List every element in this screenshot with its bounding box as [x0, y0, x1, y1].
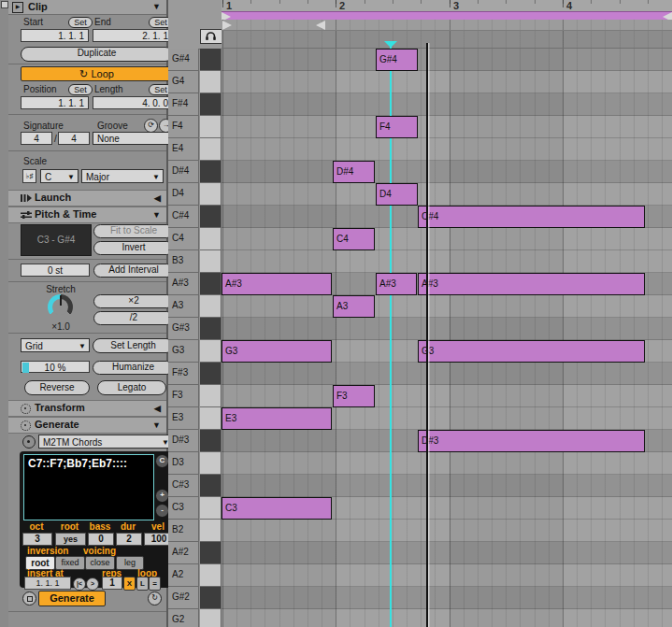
bass-field[interactable]: 0	[88, 533, 114, 546]
stretch-value[interactable]: ×1.0	[36, 321, 85, 332]
piano-key[interactable]	[200, 138, 222, 161]
scrub-area[interactable]	[222, 31, 672, 49]
grid-lane[interactable]	[222, 475, 672, 497]
oct-field[interactable]: 3	[22, 533, 52, 546]
loop-button[interactable]: ↻ Loop	[21, 66, 173, 81]
generate-section-header[interactable]: Generate ▼	[8, 417, 166, 434]
piano-key[interactable]	[200, 430, 222, 452]
piano-key[interactable]	[200, 206, 222, 228]
midi-note[interactable]: A#3	[418, 273, 645, 295]
piano-key[interactable]	[200, 250, 222, 273]
fit-to-scale-button[interactable]: Fit to Scale	[93, 224, 174, 238]
transform-section-header[interactable]: Transform ◀	[8, 400, 166, 417]
piano-key[interactable]	[200, 183, 222, 206]
grid-lane[interactable]	[222, 250, 672, 273]
grid-lane[interactable]	[222, 49, 672, 71]
grid-lane[interactable]	[222, 609, 672, 627]
loop-eq-button[interactable]: =	[149, 577, 161, 591]
midi-note[interactable]: F3	[333, 385, 375, 407]
piano-key[interactable]	[200, 452, 222, 475]
preview-headphone-button[interactable]	[200, 29, 223, 44]
signature-numerator-field[interactable]: 4	[21, 132, 52, 145]
invert-button[interactable]: Invert	[93, 241, 174, 255]
grid-lane[interactable]	[222, 161, 672, 183]
clip-end-marker[interactable]	[316, 21, 325, 30]
stretch-half-button[interactable]: /2	[93, 311, 174, 325]
loop-x-toggle[interactable]: X	[123, 577, 136, 591]
root-field[interactable]: yes	[55, 533, 86, 546]
grid-lane[interactable]	[222, 385, 672, 407]
clip-panel-header[interactable]: ▶ Clip ▼	[8, 0, 166, 15]
midi-note[interactable]: F4	[376, 116, 418, 138]
piano-key[interactable]	[200, 228, 222, 250]
grid-lane[interactable]	[222, 228, 672, 250]
transpose-field[interactable]: 0 st	[21, 264, 90, 277]
grid-select[interactable]: Grid ▼	[21, 338, 90, 352]
start-set-button[interactable]: Set	[68, 17, 93, 28]
stretch-double-button[interactable]: ×2	[93, 294, 174, 308]
collapse-down-icon[interactable]: ▼	[152, 419, 161, 433]
grid-lane[interactable]	[222, 542, 672, 564]
piano-key[interactable]	[200, 407, 222, 430]
jump-start-button[interactable]: |<	[73, 577, 86, 591]
insert-marker-line[interactable]	[426, 43, 428, 627]
collapse-left-icon[interactable]: ◀	[154, 402, 161, 416]
clear-button[interactable]: C	[155, 454, 169, 468]
panel-fold-handle[interactable]	[1, 1, 8, 8]
midi-note[interactable]: A#3	[222, 273, 332, 295]
piano-key[interactable]	[200, 273, 222, 295]
grid-lane[interactable]	[222, 183, 672, 206]
midi-note[interactable]: D#3	[418, 430, 645, 452]
piano-key[interactable]	[200, 497, 222, 520]
piano-key[interactable]	[200, 93, 222, 116]
piano-key[interactable]	[200, 475, 222, 497]
piano-key[interactable]	[200, 116, 222, 138]
add-interval-button[interactable]: Add Interval	[93, 264, 174, 278]
insert-at-field[interactable]: 1. 1. 1	[24, 577, 71, 590]
duplicate-button[interactable]: Duplicate	[21, 47, 173, 62]
grid-lane[interactable]	[222, 452, 672, 475]
groove-commit-icon[interactable]: ⟳	[144, 119, 158, 133]
chord-code-box[interactable]: C7::F7;Bb7;Eb7::::	[23, 454, 154, 520]
collapse-left-icon[interactable]: ◀	[154, 192, 161, 206]
loop-bar[interactable]	[222, 11, 672, 20]
position-value-field[interactable]: 1. 1. 1	[21, 96, 89, 109]
grid-lane[interactable]	[222, 93, 672, 116]
set-length-button[interactable]: Set Length	[93, 338, 174, 353]
reverse-button[interactable]: Reverse	[24, 380, 90, 395]
grid-lane[interactable]	[222, 520, 672, 542]
loop-l-button[interactable]: L	[136, 577, 149, 591]
piano-key[interactable]	[200, 318, 222, 340]
midi-note[interactable]: G3	[222, 340, 332, 363]
piano-key[interactable]	[200, 609, 222, 627]
step-forward-button[interactable]: >	[86, 577, 99, 591]
legato-button[interactable]: Legato	[97, 380, 166, 395]
midi-note[interactable]: D4	[376, 183, 418, 206]
humanize-button[interactable]: Humanize	[93, 361, 174, 375]
midi-note[interactable]: C#4	[418, 206, 645, 228]
grid-lane[interactable]	[222, 587, 672, 609]
humanize-amount-field[interactable]: 10 %	[21, 361, 90, 373]
midi-note[interactable]: G3	[418, 340, 645, 363]
piano-key[interactable]	[200, 295, 222, 318]
clip-collapse-caret-icon[interactable]: ▼	[152, 2, 161, 11]
piano-key[interactable]	[200, 49, 222, 71]
piano-key[interactable]	[200, 385, 222, 407]
plus-button[interactable]: +	[155, 489, 169, 503]
scale-root-select[interactable]: C ▼	[40, 169, 79, 183]
piano-key[interactable]	[200, 520, 222, 542]
grid-lane[interactable]	[222, 138, 672, 161]
signature-denominator-field[interactable]: 4	[58, 132, 90, 145]
scale-accidental-toggle[interactable]: ♭♯	[22, 169, 36, 183]
regenerate-icon[interactable]: ↻	[148, 591, 162, 606]
piano-key[interactable]	[200, 587, 222, 609]
piano-key[interactable]	[200, 542, 222, 564]
end-value-field[interactable]: 2. 1. 1	[93, 29, 173, 42]
clip-marker-row[interactable]	[222, 20, 672, 31]
grid-lane[interactable]	[222, 71, 672, 93]
midi-note[interactable]: A3	[333, 295, 375, 318]
grid-lane[interactable]	[222, 116, 672, 138]
pitch-time-section-header[interactable]: Pitch & Time ▼	[8, 207, 166, 223]
minus-button[interactable]: -	[155, 504, 169, 518]
grid-lane[interactable]	[222, 295, 672, 318]
